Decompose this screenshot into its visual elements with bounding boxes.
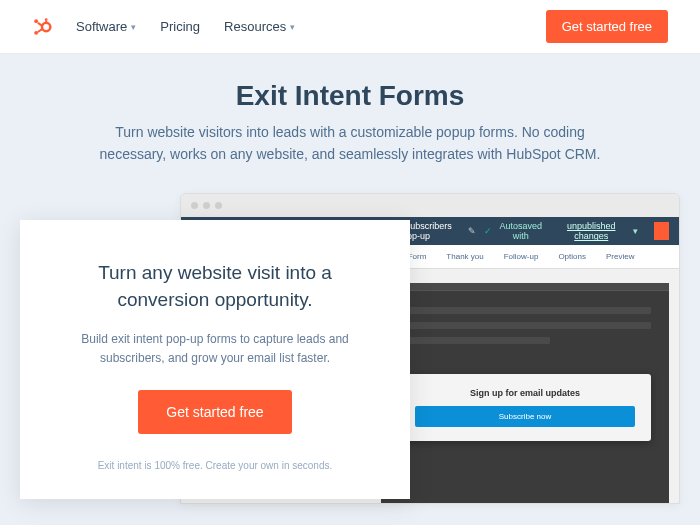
pencil-icon[interactable]: ✎: [468, 226, 476, 236]
check-icon: ✓: [484, 226, 492, 236]
publish-button[interactable]: [654, 222, 669, 240]
tab-preview[interactable]: Preview: [596, 245, 644, 268]
svg-line-3: [38, 22, 43, 25]
hero: Exit Intent Forms Turn website visitors …: [0, 54, 700, 525]
unpublished-link[interactable]: unpublished changes: [556, 221, 626, 241]
card-fineprint: Exit intent is 100% free. Create your ow…: [54, 460, 376, 471]
card-body: Build exit intent pop-up forms to captur…: [54, 330, 376, 368]
hero-title: Exit Intent Forms: [40, 80, 660, 112]
svg-point-1: [34, 19, 38, 23]
tab-options[interactable]: Options: [548, 245, 596, 268]
feature-card: Turn any website visit into a conversion…: [20, 220, 410, 499]
card-cta-button[interactable]: Get started free: [138, 390, 291, 434]
popup-heading: Sign up for email updates: [415, 388, 635, 398]
tab-thankyou[interactable]: Thank you: [436, 245, 493, 268]
hero-subtitle: Turn website visitors into leads with a …: [90, 122, 610, 165]
hubspot-logo[interactable]: [32, 17, 52, 37]
chevron-down-icon: ▾: [290, 22, 295, 32]
svg-line-4: [38, 28, 43, 31]
nav-pricing[interactable]: Pricing: [160, 19, 200, 34]
svg-point-6: [45, 18, 48, 21]
chevron-down-icon: ▾: [131, 22, 136, 32]
popup-subscribe-button[interactable]: Subscribe now: [415, 406, 635, 427]
autosave-status: ✓Autosaved with unpublished changes ▾: [484, 221, 638, 241]
editor-canvas: Sign up for email updates Subscribe now: [381, 283, 669, 503]
nav-resources[interactable]: Resources▾: [224, 19, 295, 34]
nav-cta-button[interactable]: Get started free: [546, 10, 668, 43]
tab-followup[interactable]: Follow-up: [494, 245, 549, 268]
nav-software[interactable]: Software▾: [76, 19, 136, 34]
top-nav: Software▾ Pricing Resources▾ Get started…: [0, 0, 700, 54]
popup-preview: Sign up for email updates Subscribe now: [399, 374, 651, 441]
svg-point-0: [42, 22, 50, 30]
card-heading: Turn any website visit into a conversion…: [54, 260, 376, 313]
window-controls: [181, 194, 679, 217]
